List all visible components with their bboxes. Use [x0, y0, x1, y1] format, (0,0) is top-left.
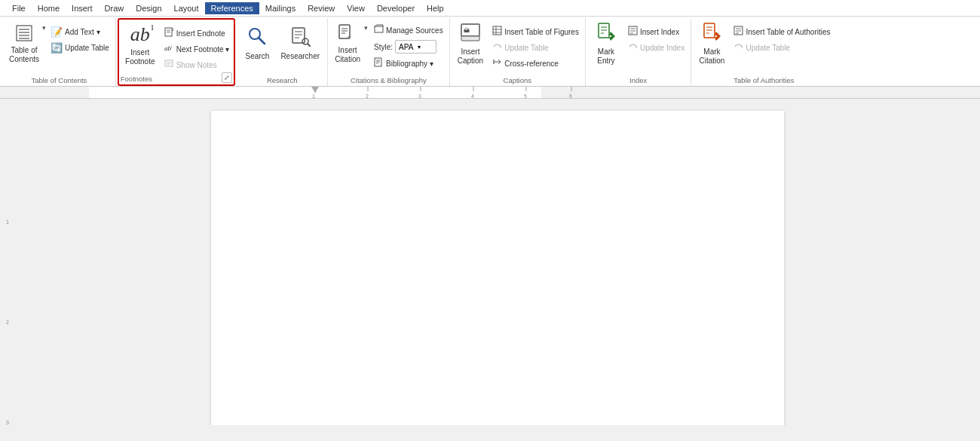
insert-citation-split[interactable]: " InsertCitation ▾: [331, 18, 369, 68]
menu-layout[interactable]: Layout: [168, 2, 205, 14]
menu-developer[interactable]: Developer: [371, 2, 421, 14]
update-table-button[interactable]: 🔄 Update Table: [47, 40, 112, 55]
bibliography-label: Bibliography ▾: [386, 60, 433, 68]
toc-small-buttons: 📝 Add Text ▾ 🔄 Update Table: [47, 18, 112, 55]
ribbon: Table ofContents ▾ 📝 Add Text ▾ 🔄 Update…: [0, 17, 980, 87]
mark-entry-button[interactable]: MarkEntry: [589, 18, 623, 68]
add-text-button[interactable]: 📝 Add Text ▾: [47, 24, 112, 39]
svg-text:1: 1: [312, 93, 315, 99]
captions-group-items: 🏔 InsertCaption Insert Table of Figures: [453, 18, 582, 75]
research-group-label: Research: [240, 75, 324, 86]
menu-review[interactable]: Review: [302, 2, 341, 14]
page-container: [15, 99, 980, 425]
insert-footnote-button[interactable]: ab1 InsertFootnote: [121, 20, 160, 69]
svg-text:": ": [348, 35, 351, 44]
insert-footnote-label: InsertFootnote: [125, 48, 155, 66]
svg-marker-48: [609, 32, 615, 41]
style-text-label: Style:: [374, 43, 393, 51]
insert-caption-button[interactable]: 🏔 InsertCaption: [453, 18, 488, 68]
citations-group-items: " InsertCitation ▾ Manage Sources: [331, 18, 446, 75]
update-table-toa-button[interactable]: Update Table: [730, 40, 833, 55]
style-select-value: APA: [397, 43, 416, 51]
next-footnote-button[interactable]: ab↓ Next Footnote ▾: [161, 41, 233, 57]
next-footnote-icon: ab↓: [164, 43, 174, 55]
footnotes-expand-button[interactable]: ⤢: [222, 72, 232, 83]
insert-table-of-authorities-button[interactable]: Insert Table of Authorities: [730, 24, 833, 39]
insert-endnote-icon: 1: [164, 27, 174, 39]
insert-citation-button[interactable]: " InsertCitation: [331, 18, 364, 68]
svg-rect-31: [375, 58, 381, 66]
bibliography-icon: [374, 57, 384, 69]
update-table-icon: 🔄: [51, 42, 63, 54]
add-text-label: Add Text ▾: [65, 28, 100, 36]
insert-citation-dropdown[interactable]: ▾: [364, 18, 369, 68]
insert-endnote-label: Insert Endnote: [176, 29, 225, 38]
insert-table-of-figures-icon: [492, 26, 502, 38]
toc-dropdown-arrow[interactable]: ▾: [42, 18, 47, 68]
insert-citation-icon: ": [337, 23, 358, 46]
update-table-captions-icon: [492, 41, 502, 54]
researcher-button[interactable]: Researcher: [276, 18, 324, 68]
menu-bar: File Home Insert Draw Design Layout Refe…: [0, 0, 980, 17]
svg-line-15: [259, 38, 265, 44]
group-footnotes: ab1 InsertFootnote 1 Insert Endnote: [118, 18, 236, 86]
research-group-items: Search Researcher: [240, 18, 324, 75]
update-table-captions-button[interactable]: Update Table: [489, 40, 582, 55]
menu-insert[interactable]: Insert: [66, 2, 99, 14]
insert-toa-icon: [733, 26, 743, 38]
mark-citation-icon: [701, 21, 722, 46]
insert-table-of-figures-button[interactable]: Insert Table of Figures: [489, 24, 582, 39]
group-index: MarkEntry Insert Index Update Index: [586, 18, 692, 86]
insert-index-icon: [628, 26, 638, 38]
mark-citation-button[interactable]: MarkCitation: [694, 18, 729, 68]
toc-main-button[interactable]: Table ofContents: [6, 18, 42, 68]
svg-rect-38: [493, 26, 501, 35]
bibliography-button[interactable]: Bibliography ▾: [371, 56, 446, 71]
update-table-label: Update Table: [65, 44, 109, 52]
cross-reference-icon: [492, 57, 502, 69]
update-table-captions-label: Update Table: [504, 44, 549, 52]
toc-split-button[interactable]: Table ofContents ▾: [6, 18, 47, 68]
group-table-of-authorities: MarkCitation Insert Table of Authorities…: [691, 18, 836, 86]
search-button[interactable]: Search: [240, 18, 274, 68]
mark-citation-label: MarkCitation: [699, 47, 724, 66]
manage-sources-label: Manage Sources: [386, 26, 443, 35]
document-page[interactable]: [211, 111, 784, 425]
menu-file[interactable]: File: [6, 2, 32, 14]
toc-label: Table ofContents: [9, 46, 39, 64]
footnotes-group-items: ab1 InsertFootnote 1 Insert Endnote: [121, 20, 233, 72]
menu-mailings[interactable]: Mailings: [259, 2, 302, 14]
left-margin-ruler: 1 2 3: [0, 99, 15, 425]
toa-small-col: Insert Table of Authorities Update Table: [730, 18, 833, 55]
update-table-toa-label: Update Table: [746, 44, 790, 52]
toc-group-label: Table of Contents: [6, 75, 112, 86]
ab-text-icon: ab1: [130, 23, 150, 46]
insert-citation-label: InsertCitation: [335, 46, 360, 64]
update-index-label: Update Index: [640, 44, 685, 52]
update-index-button[interactable]: Update Index: [625, 40, 688, 55]
insert-caption-label: InsertCaption: [458, 47, 483, 66]
captions-group-label: Captions: [453, 75, 582, 86]
show-notes-button[interactable]: Show Notes: [161, 57, 233, 72]
menu-home[interactable]: Home: [32, 2, 66, 14]
search-icon: [247, 26, 268, 51]
insert-index-button[interactable]: Insert Index: [625, 24, 688, 39]
menu-view[interactable]: View: [341, 2, 371, 14]
mark-entry-icon: [596, 21, 617, 46]
group-captions: 🏔 InsertCaption Insert Table of Figures: [450, 18, 586, 86]
cross-reference-button[interactable]: Cross-reference: [489, 56, 582, 71]
next-footnote-label: Next Footnote ▾: [176, 45, 230, 54]
insert-caption-icon: 🏔: [460, 21, 481, 46]
svg-marker-57: [715, 32, 721, 41]
menu-references[interactable]: References: [205, 2, 259, 14]
insert-table-of-figures-label: Insert Table of Figures: [504, 28, 579, 36]
menu-help[interactable]: Help: [421, 2, 450, 14]
index-group-items: MarkEntry Insert Index Update Index: [589, 18, 688, 75]
manage-sources-icon: [374, 24, 384, 36]
style-select-dropdown[interactable]: APA ▾: [395, 40, 436, 54]
insert-endnote-button[interactable]: 1 Insert Endnote: [161, 26, 233, 41]
menu-design[interactable]: Design: [130, 2, 167, 14]
menu-draw[interactable]: Draw: [99, 2, 130, 14]
svg-rect-36: [461, 36, 479, 41]
manage-sources-button[interactable]: Manage Sources: [371, 23, 446, 38]
